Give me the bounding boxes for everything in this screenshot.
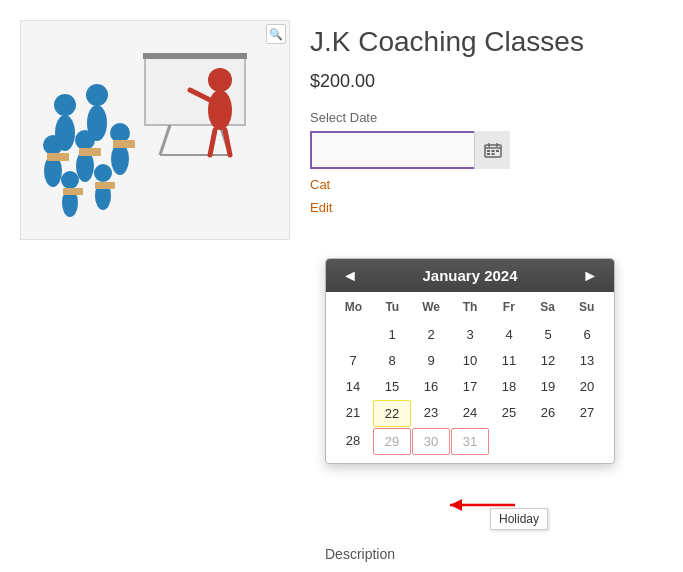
edit-label: Edit [310,200,332,215]
calendar-day[interactable]: 25 [490,400,528,427]
calendar-day[interactable]: 20 [568,374,606,399]
calendar-day[interactable]: 11 [490,348,528,373]
svg-point-14 [43,135,63,155]
product-image-container: 🔍 [20,20,290,240]
calendar-day[interactable]: 1 [373,322,411,347]
arrow-indicator [440,490,520,524]
weekday-tu: Tu [373,296,412,318]
svg-rect-37 [491,153,494,155]
calendar-day[interactable]: 15 [373,374,411,399]
calendar-day[interactable]: 27 [568,400,606,427]
calendar-day[interactable]: 14 [334,374,372,399]
calendar-day[interactable]: 18 [490,374,528,399]
svg-point-5 [208,68,232,92]
svg-rect-35 [496,150,499,152]
calendar-header: ◄ January 2024 ► [326,259,614,292]
product-title: J.K Coaching Classes [310,25,663,59]
calendar-day[interactable]: 12 [529,348,567,373]
product-price: $200.00 [310,71,663,92]
weekday-fr: Fr [489,296,528,318]
calendar-day[interactable]: 2 [412,322,450,347]
calendar-day [334,322,372,347]
calendar-day [490,428,528,455]
svg-line-2 [160,125,170,155]
edit-row: Edit [310,200,663,215]
calendar-day [568,428,606,455]
calendar-trigger-button[interactable] [474,131,510,169]
calendar-day[interactable]: 9 [412,348,450,373]
svg-line-9 [225,130,230,155]
calendar-day[interactable]: 13 [568,348,606,373]
weekday-mo: Mo [334,296,373,318]
svg-point-12 [86,84,108,106]
calendar-day[interactable]: 31 [451,428,489,455]
calendar-day[interactable]: 24 [451,400,489,427]
calendar-next-button[interactable]: ► [578,268,602,284]
svg-rect-26 [113,140,135,148]
category-label: Cat [310,177,330,192]
weekday-sa: Sa [528,296,567,318]
select-date-label: Select Date [310,110,663,125]
calendar-popup: ◄ January 2024 ► Mo Tu We Th Fr Sa Su 12… [325,258,615,464]
svg-rect-36 [487,153,490,155]
calendar-weekdays: Mo Tu We Th Fr Sa Su [334,296,606,318]
svg-point-20 [61,171,79,189]
svg-rect-25 [79,148,101,156]
calendar-day[interactable]: 4 [490,322,528,347]
svg-rect-28 [95,182,115,189]
zoom-icon[interactable]: 🔍 [266,24,286,44]
calendar-day[interactable]: 23 [412,400,450,427]
svg-point-16 [75,130,95,150]
calendar-day[interactable]: 7 [334,348,372,373]
calendar-month-year: January 2024 [422,267,517,284]
calendar-day[interactable]: 28 [334,428,372,455]
svg-rect-1 [143,53,247,59]
date-input-wrap [310,131,510,169]
svg-marker-39 [450,499,462,511]
svg-rect-27 [63,188,83,195]
calendar-day[interactable]: 22 [373,400,411,427]
calendar-day [529,428,567,455]
svg-rect-34 [491,150,494,152]
calendar-day[interactable]: 29 [373,428,411,455]
calendar-day[interactable]: 26 [529,400,567,427]
svg-point-22 [94,164,112,182]
product-image [20,20,290,240]
calendar-day[interactable]: 10 [451,348,489,373]
svg-line-8 [210,130,215,155]
calendar-day[interactable]: 16 [412,374,450,399]
calendar-day[interactable]: 19 [529,374,567,399]
weekday-th: Th [451,296,490,318]
svg-point-6 [208,90,232,130]
description-label: Description [325,546,395,562]
calendar-days: 1234567891011121314151617181920212223242… [334,322,606,455]
calendar-day[interactable]: 17 [451,374,489,399]
calendar-day[interactable]: 3 [451,322,489,347]
calendar-day[interactable]: 30 [412,428,450,455]
calendar-day[interactable]: 21 [334,400,372,427]
category-row: Cat [310,177,663,192]
weekday-we: We [412,296,451,318]
calendar-icon [484,142,502,158]
svg-rect-24 [47,153,69,161]
svg-rect-33 [487,150,490,152]
calendar-day[interactable]: 5 [529,322,567,347]
calendar-day[interactable]: 6 [568,322,606,347]
product-info: J.K Coaching Classes $200.00 Select Date [310,20,663,240]
calendar-body: Mo Tu We Th Fr Sa Su 1234567891011121314… [326,292,614,463]
calendar-day[interactable]: 8 [373,348,411,373]
svg-point-10 [54,94,76,116]
weekday-su: Su [567,296,606,318]
calendar-prev-button[interactable]: ◄ [338,268,362,284]
